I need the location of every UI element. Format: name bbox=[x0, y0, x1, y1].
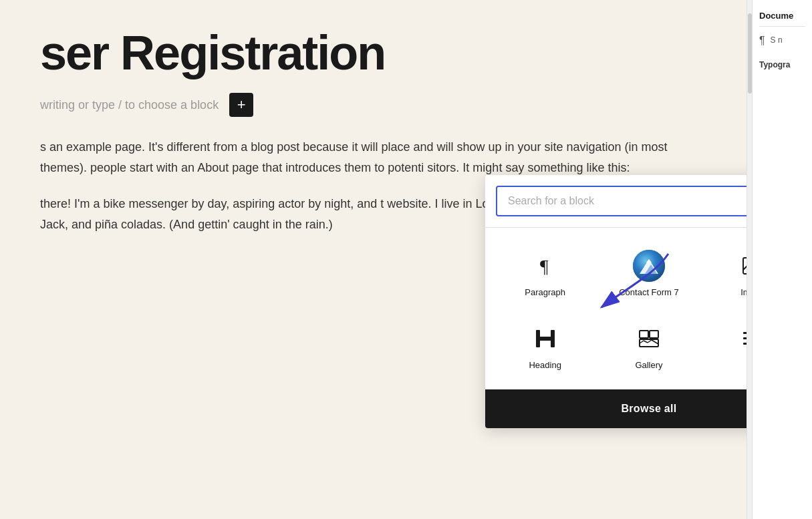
editor-area: ser Registration writing or type / to ch… bbox=[0, 0, 747, 519]
block-label-list: List bbox=[746, 360, 747, 370]
block-item-gallery[interactable]: Gallery bbox=[599, 311, 698, 379]
svg-rect-6 bbox=[743, 258, 747, 274]
svg-line-21 bbox=[652, 340, 658, 344]
blocks-grid: ¶ Paragraph bbox=[485, 228, 747, 389]
svg-rect-22 bbox=[743, 332, 747, 334]
placeholder-row: writing or type / to choose a block + bbox=[40, 93, 706, 117]
sidebar-paragraph-item: ¶ S n bbox=[759, 35, 805, 47]
svg-rect-14 bbox=[536, 337, 555, 341]
right-sidebar: Docume ¶ S n Typogra bbox=[752, 0, 812, 519]
search-container: 🔍 bbox=[485, 175, 747, 228]
svg-line-19 bbox=[644, 341, 648, 343]
block-label-heading: Heading bbox=[529, 360, 561, 370]
add-block-button[interactable]: + bbox=[229, 93, 253, 117]
sidebar-paragraph-icon: ¶ bbox=[759, 35, 765, 47]
heading-icon bbox=[529, 323, 561, 355]
search-input[interactable] bbox=[496, 186, 747, 216]
svg-rect-17 bbox=[640, 339, 658, 347]
block-item-paragraph[interactable]: ¶ Paragraph bbox=[496, 238, 594, 306]
paragraph-icon: ¶ bbox=[529, 250, 561, 282]
scrollbar-thumb[interactable] bbox=[748, 13, 752, 94]
page-title: ser Registration bbox=[40, 27, 706, 79]
sidebar-title: Docume bbox=[759, 11, 805, 27]
svg-line-20 bbox=[648, 340, 652, 343]
block-label-gallery: Gallery bbox=[635, 360, 662, 370]
svg-text:¶: ¶ bbox=[540, 256, 549, 277]
block-item-list[interactable]: List bbox=[704, 311, 747, 379]
sidebar-typography-label: Typogra bbox=[759, 60, 805, 69]
list-icon bbox=[736, 323, 747, 355]
body-paragraph-1: s an example page. It's different from a… bbox=[40, 137, 706, 178]
block-label-paragraph: Paragraph bbox=[525, 287, 565, 297]
placeholder-text: writing or type / to choose a block bbox=[40, 98, 219, 112]
scrollbar[interactable] bbox=[747, 0, 752, 519]
sidebar-paragraph-text: S n bbox=[771, 35, 783, 46]
block-inserter-popup: 🔍 ¶ Paragraph bbox=[485, 175, 747, 428]
gallery-icon bbox=[633, 323, 665, 355]
image-icon bbox=[736, 250, 747, 282]
svg-rect-23 bbox=[743, 337, 747, 339]
block-item-image[interactable]: Image bbox=[704, 238, 747, 306]
block-label-cf7: Contact Form 7 bbox=[619, 287, 679, 297]
svg-rect-15 bbox=[640, 331, 648, 338]
block-item-heading[interactable]: Heading bbox=[496, 311, 594, 379]
block-item-cf7[interactable]: Contact Form 7 bbox=[599, 238, 698, 306]
block-label-image: Image bbox=[740, 287, 747, 297]
cf7-icon bbox=[633, 250, 665, 282]
search-wrapper: 🔍 bbox=[496, 186, 747, 216]
svg-rect-16 bbox=[650, 331, 658, 338]
browse-all-button[interactable]: Browse all bbox=[485, 389, 747, 428]
svg-rect-24 bbox=[743, 343, 747, 345]
